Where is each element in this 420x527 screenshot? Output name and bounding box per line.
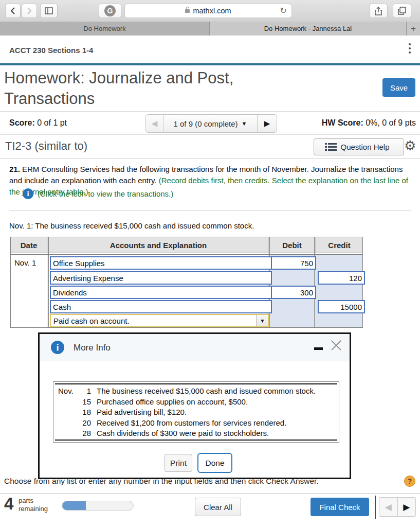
course-header: ACCT 230 Sections 1-4: [0, 36, 420, 65]
hw-score-text: HW Score: 0%, 0 of 9 pts: [322, 118, 416, 128]
hw-score-label: HW Score:: [322, 118, 363, 127]
hw-score-value: 0%, 0 of 9 pts: [363, 118, 416, 127]
extension-button[interactable]: G: [99, 4, 121, 18]
tab-do-homework-active[interactable]: Do Homework - Jannessa Lai: [210, 22, 406, 36]
tab-overview-button[interactable]: [393, 4, 411, 18]
parts-remaining-count: 4: [4, 494, 13, 514]
mathxl-homework-page: G mathxl.com ↻ Do Homework Do Homework -…: [0, 0, 420, 527]
divider: [101, 135, 101, 159]
transaction-row: Nov.1The business received $15,000 cash …: [53, 386, 339, 397]
modal-title: More Info: [74, 343, 111, 353]
forward-button[interactable]: [22, 4, 37, 18]
explanation-dropdown[interactable]: Paid cash on account. ▼: [50, 314, 269, 327]
next-part-button[interactable]: ▶: [397, 498, 416, 516]
save-button-label: Save: [390, 83, 408, 92]
account-input-row4[interactable]: [50, 300, 272, 313]
credit-input-row4[interactable]: [318, 300, 365, 313]
tab-label: Do Homework: [83, 25, 125, 32]
debit-input-row1[interactable]: [271, 256, 316, 270]
divider: [314, 237, 316, 327]
question-help-label: Question Help: [340, 143, 389, 151]
course-title: ACCT 230 Sections 1-4: [9, 46, 93, 55]
tab-bar: Do Homework Do Homework - Jannessa Lai +: [0, 22, 420, 36]
transaction-row: 15Purchased office supplies on account, …: [53, 397, 339, 408]
header-credit: Credit: [316, 237, 362, 253]
tab-overview-icon: [398, 7, 406, 15]
help-question-icon[interactable]: ?: [404, 476, 415, 487]
page-title-line1: Homework: Journalize and Post,: [4, 68, 364, 89]
credit-input-row2[interactable]: [318, 271, 365, 285]
tab-do-homework[interactable]: Do Homework: [0, 22, 210, 36]
dropdown-arrow-icon: ▼: [242, 120, 247, 127]
info-row: i (Click the icon to view the transactio…: [23, 188, 173, 199]
transaction-row: 20Received $1,200 from customers for ser…: [53, 418, 339, 429]
parts-remaining-label: parts remaining: [19, 497, 48, 513]
done-button[interactable]: Done: [197, 453, 232, 473]
header-date: Date: [11, 237, 47, 253]
print-button-label: Print: [170, 459, 187, 468]
score-text: Score: 0 of 1 pt: [9, 118, 67, 128]
plus-icon: +: [411, 24, 416, 34]
new-tab-button[interactable]: +: [406, 22, 420, 36]
lock-icon: [185, 9, 190, 13]
browser-toolbar: G mathxl.com ↻: [0, 0, 420, 22]
question-nav: ◀ 1 of 9 (0 complete) ▼ ▶: [145, 114, 277, 133]
next-arrow-icon: ▶: [403, 502, 410, 513]
next-question-button[interactable]: ▶: [257, 115, 277, 132]
save-button[interactable]: Save: [382, 78, 415, 97]
question-select-dropdown[interactable]: 1 of 9 (0 complete) ▼: [163, 115, 257, 132]
prev-arrow-icon: ◀: [152, 119, 158, 128]
credit-column-shade: [316, 255, 362, 327]
final-check-button[interactable]: Final Check: [311, 498, 369, 516]
info-icon[interactable]: i: [23, 188, 33, 199]
question-help-button[interactable]: Question Help: [314, 138, 404, 155]
next-arrow-icon: ▶: [264, 119, 270, 128]
reload-icon[interactable]: ↻: [280, 6, 287, 15]
final-check-label: Final Check: [319, 503, 360, 512]
sidebar-button[interactable]: [40, 4, 58, 18]
url-text: mathxl.com: [193, 7, 231, 15]
minimize-icon[interactable]: [314, 347, 323, 350]
question-bar: TI2-3 (similar to) Question Help ⚙: [0, 135, 420, 159]
score-bar: Score: 0 of 1 pt ◀ 1 of 9 (0 complete) ▼…: [0, 111, 420, 135]
share-button[interactable]: [369, 4, 388, 18]
score-value: 0 of 1 pt: [35, 118, 67, 127]
question-select-label: 1 of 9 (0 complete): [174, 119, 238, 128]
tab-label: Do Homework - Jannessa Lai: [264, 25, 352, 32]
divider: [375, 496, 376, 519]
back-icon: [10, 7, 16, 15]
list-icon: [328, 143, 337, 151]
progress-fill: [62, 501, 86, 510]
header-accounts: Accounts and Explanation: [49, 237, 268, 253]
gear-icon[interactable]: ⚙: [404, 138, 416, 154]
prev-question-button[interactable]: ◀: [146, 115, 163, 132]
account-input-row1[interactable]: [50, 256, 272, 270]
transaction-row: 18Paid advertising bill, $120.: [53, 407, 339, 418]
info-note: (Click the icon to view the transactions…: [38, 189, 173, 198]
modal-header[interactable]: i More Info: [40, 334, 350, 361]
divider: [9, 210, 411, 210]
account-input-row2[interactable]: [50, 271, 272, 285]
back-button[interactable]: [5, 4, 21, 18]
more-info-modal: i More Info Nov.1The business received $…: [38, 332, 351, 479]
done-button-label: Done: [205, 459, 224, 468]
rule: [55, 440, 337, 441]
share-icon: [375, 7, 382, 15]
gear-glyph: ⚙: [404, 138, 416, 153]
divider: [0, 493, 420, 494]
page-title-line2: Transactions: [4, 89, 364, 109]
transaction-row: 28Cash dividends of $300 were paid to st…: [53, 428, 339, 439]
score-label: Score:: [9, 118, 35, 127]
kebab-menu-icon[interactable]: [409, 43, 411, 54]
transaction-prompt: Nov. 1: The business received $15,000 ca…: [9, 221, 254, 230]
close-icon[interactable]: [330, 339, 342, 352]
debit-input-row3[interactable]: [271, 286, 316, 299]
forward-icon: [26, 7, 32, 15]
account-input-row3[interactable]: [50, 286, 272, 299]
divider: [47, 237, 49, 327]
clear-all-button[interactable]: Clear All: [195, 498, 241, 516]
prev-part-button[interactable]: ◀: [379, 498, 397, 516]
dropdown-arrow-icon: ▼: [257, 315, 268, 326]
print-button[interactable]: Print: [165, 454, 192, 472]
address-bar[interactable]: mathxl.com ↻: [124, 4, 292, 18]
